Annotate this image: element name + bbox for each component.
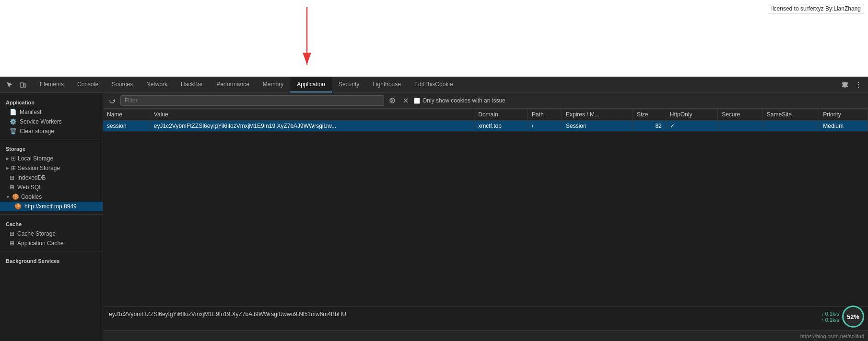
application-cache-label: Application Cache (17, 240, 64, 247)
tabs-list: Elements Console Sources Network HackBar… (33, 77, 835, 92)
cookies-icon: 🍪 (12, 193, 19, 200)
cookie-table-header: Name Value Domain Path Expires / M... Si… (103, 109, 868, 121)
app-cache-icon: ⊞ (10, 240, 14, 247)
indexeddb-icon: ⊞ (10, 174, 14, 181)
sidebar-divider-2 (0, 214, 103, 215)
devtools-tabs-bar: Elements Console Sources Network HackBar… (0, 77, 868, 93)
sidebar-divider-3 (0, 251, 103, 251)
sidebar-item-service-workers[interactable]: ⚙️ Service Workers (0, 117, 103, 126)
filter-input[interactable] (120, 95, 384, 106)
cell-httponly: ✓ (666, 121, 717, 132)
cookie-table: Name Value Domain Path Expires / M... Si… (103, 109, 868, 132)
speed-overlay: ↓ 0.1k/s ↑ 0.1k/s 52% (821, 306, 864, 328)
table-empty-area (103, 132, 868, 307)
only-issues-checkbox[interactable] (414, 98, 420, 104)
sidebar-divider-1 (0, 139, 103, 139)
red-arrow (273, 5, 331, 72)
close-filter-icon[interactable] (400, 95, 411, 106)
col-path[interactable]: Path (528, 109, 562, 121)
tab-performance[interactable]: Performance (210, 77, 256, 92)
cell-domain: xmctf.top (474, 121, 528, 132)
sidebar-item-cookies[interactable]: ▼ 🍪 Cookies (0, 192, 103, 202)
col-secure[interactable]: Secure (718, 109, 763, 121)
service-workers-label: Service Workers (20, 118, 62, 125)
speed-circle: 52% (842, 306, 864, 328)
svg-point-5 (858, 84, 859, 85)
col-httponly[interactable]: HttpOnly (666, 109, 717, 121)
value-preview: eyJ1c2VybmFtZZSl6eyIgYil6IlozVmxjM1E9In1… (103, 307, 868, 330)
col-expires[interactable]: Expires / M... (562, 109, 633, 121)
sidebar-item-session-storage[interactable]: ▶ ⊞ Session Storage (0, 163, 103, 173)
cookie-url-icon: 🍪 (14, 203, 22, 210)
sidebar-item-web-sql[interactable]: ⊞ Web SQL (0, 182, 103, 192)
speed-values: ↓ 0.1k/s ↑ 0.1k/s (821, 311, 839, 323)
cache-storage-icon: ⊞ (10, 230, 14, 237)
expand-icon: ▶ (6, 156, 9, 161)
cell-size: 82 (633, 121, 666, 132)
only-issues-checkbox-label[interactable]: Only show cookies with an issue (414, 97, 505, 104)
sidebar-item-manifest[interactable]: 📄 Manifest (0, 107, 103, 117)
speed-percent: 52% (847, 313, 859, 320)
clear-filter-icon[interactable] (387, 95, 398, 106)
right-panel: Only show cookies with an issue Name Val… (103, 93, 868, 341)
tab-security[interactable]: Security (332, 77, 366, 92)
tabs-right-icons (835, 79, 868, 91)
tab-console[interactable]: Console (70, 77, 105, 92)
col-domain[interactable]: Domain (474, 109, 528, 121)
tab-hackbar[interactable]: HackBar (174, 77, 210, 92)
device-toolbar-icon[interactable] (17, 79, 29, 91)
only-issues-label: Only show cookies with an issue (422, 97, 505, 104)
cache-storage-label: Cache Storage (17, 230, 56, 237)
service-workers-icon: ⚙️ (10, 118, 17, 125)
devtools-icons (0, 77, 33, 92)
col-name[interactable]: Name (103, 109, 150, 121)
cell-priority: Medium (819, 121, 868, 132)
tab-sources[interactable]: Sources (105, 77, 140, 92)
cookie-table-wrapper: Name Value Domain Path Expires / M... Si… (103, 109, 868, 307)
tab-editthiscookie[interactable]: EditThisCookie (408, 77, 460, 92)
sidebar-background-label: Background Services (0, 254, 103, 266)
session-storage-label: Session Storage (18, 165, 60, 171)
sidebar-item-indexeddb[interactable]: ⊞ IndexedDB (0, 173, 103, 182)
cell-samesite (762, 121, 819, 132)
sidebar-item-cookie-url[interactable]: 🍪 http://xmctf.top:8949 (0, 202, 103, 211)
table-row[interactable]: session eyJ1c2VybmFtZZSl6eyIgYil6IlozVmx… (103, 121, 868, 132)
sidebar-item-local-storage[interactable]: ▶ ⊞ Local Storage (0, 154, 103, 163)
svg-rect-3 (24, 84, 26, 87)
sidebar-item-cache-storage[interactable]: ⊞ Cache Storage (0, 229, 103, 239)
tab-memory[interactable]: Memory (256, 77, 290, 92)
tab-application[interactable]: Application (290, 77, 332, 92)
license-text: licensed to surferxyz By:LianZhang (768, 4, 864, 13)
grid-icon: ⊞ (11, 155, 16, 162)
settings-icon[interactable] (839, 79, 851, 91)
speed-down: ↓ 0.1k/s (821, 311, 839, 317)
cookie-url-label: http://xmctf.top:8949 (24, 203, 77, 210)
top-white-area: licensed to surferxyz By:LianZhang (0, 0, 868, 77)
tab-elements[interactable]: Elements (33, 77, 70, 92)
cursor-icon[interactable] (4, 79, 15, 91)
status-bar: https://blog.csdn.net/solitud ↓ 0.1k/s ↑… (103, 330, 868, 341)
sidebar-storage-label: Storage (0, 142, 103, 154)
sidebar-application-label: Application (0, 96, 103, 107)
tab-network[interactable]: Network (140, 77, 174, 92)
cookies-label: Cookies (21, 193, 42, 200)
refresh-button[interactable] (107, 95, 117, 106)
col-samesite[interactable]: SameSite (762, 109, 819, 121)
sidebar-cache-label: Cache (0, 217, 103, 229)
clear-storage-label: Clear storage (20, 128, 54, 135)
manifest-label: Manifest (20, 109, 41, 115)
expand-icon-cookies: ▼ (6, 194, 10, 199)
col-size[interactable]: Size (633, 109, 666, 121)
expand-icon-2: ▶ (6, 166, 9, 170)
col-value[interactable]: Value (150, 109, 474, 121)
tab-lighthouse[interactable]: Lighthouse (366, 77, 408, 92)
sidebar-item-application-cache[interactable]: ⊞ Application Cache (0, 239, 103, 248)
grid-icon-2: ⊞ (11, 165, 16, 171)
manifest-icon: 📄 (10, 109, 17, 115)
col-priority[interactable]: Priority (819, 109, 868, 121)
sidebar-item-clear-storage[interactable]: 🗑️ Clear storage (0, 126, 103, 136)
cell-path: / (528, 121, 562, 132)
svg-rect-2 (20, 83, 23, 87)
more-options-icon[interactable] (853, 79, 864, 91)
status-link[interactable]: https://blog.csdn.net/solitud (800, 333, 864, 339)
